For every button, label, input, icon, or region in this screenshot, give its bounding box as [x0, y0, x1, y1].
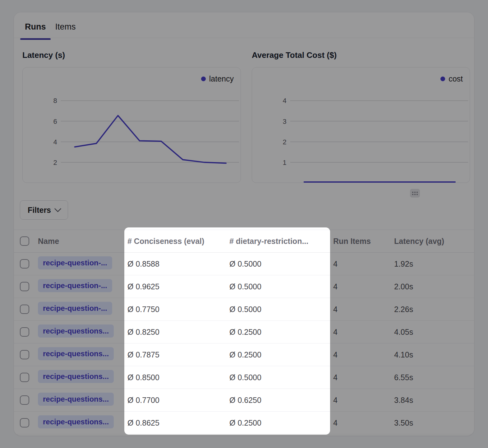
column-header-name[interactable]: Name	[38, 237, 127, 246]
conciseness-value: Ø 0.8588	[127, 259, 229, 268]
conciseness-value: Ø 0.7700	[127, 396, 229, 405]
latency-value: 4.05s	[394, 328, 474, 337]
row-checkbox[interactable]	[20, 373, 29, 382]
conciseness-value: Ø 0.7875	[127, 350, 229, 359]
run-items-value: 4	[333, 418, 394, 427]
cost-legend-label: cost	[449, 74, 463, 83]
table-row: recipe-questions... Ø 0.7875 Ø 0.2500 4 …	[14, 343, 474, 366]
cost-legend: cost	[440, 74, 463, 83]
dietary-value: Ø 0.5000	[229, 282, 333, 291]
run-items-value: 4	[333, 328, 394, 337]
tab-runs[interactable]: Runs	[20, 12, 51, 40]
table-header: Name # Conciseness (eval) # dietary-rest…	[14, 230, 474, 253]
dietary-value: Ø 0.5000	[229, 305, 333, 314]
table-row: recipe-question-... Ø 0.7750 Ø 0.5000 4 …	[14, 298, 474, 321]
cost-chart-canvas: 1234	[252, 68, 470, 183]
dietary-value: Ø 0.2500	[229, 350, 333, 359]
row-checkbox[interactable]	[20, 350, 29, 359]
table-row: recipe-questions... Ø 0.8500 Ø 0.5000 4 …	[14, 366, 474, 389]
svg-text:6: 6	[53, 118, 57, 125]
dietary-value: Ø 0.2500	[229, 328, 333, 337]
filters-button-label: Filters	[28, 206, 51, 215]
svg-text:4: 4	[53, 138, 57, 146]
column-header-latency[interactable]: Latency (avg)	[394, 237, 474, 246]
latency-value: 3.84s	[394, 396, 474, 405]
table-row: recipe-question-... Ø 0.8588 Ø 0.5000 4 …	[14, 253, 474, 275]
latency-legend: latency	[201, 74, 234, 83]
table-row: recipe-questions... Ø 0.8625 Ø 0.2500 4 …	[14, 412, 474, 434]
table-row: recipe-question-... Ø 0.9625 Ø 0.5000 4 …	[14, 275, 474, 298]
cost-chart: 1234 cost	[252, 67, 470, 183]
row-checkbox[interactable]	[20, 282, 29, 291]
runs-table: Name # Conciseness (eval) # dietary-rest…	[14, 230, 474, 434]
run-name-badge[interactable]: recipe-question-...	[38, 279, 112, 292]
row-checkbox[interactable]	[20, 395, 29, 405]
row-checkbox[interactable]	[20, 418, 29, 427]
row-checkbox[interactable]	[20, 305, 29, 314]
column-header-dietary[interactable]: # dietary-restriction...	[229, 237, 333, 246]
svg-text:2: 2	[53, 159, 57, 166]
svg-text:3: 3	[283, 118, 286, 125]
svg-text:8: 8	[53, 97, 57, 105]
latency-chart: 2468 latency	[22, 67, 241, 183]
cost-chart-block: Average Total Cost ($) 1234 cost	[252, 50, 470, 183]
cost-legend-dot-icon	[440, 77, 445, 81]
conciseness-value: Ø 0.8625	[127, 418, 229, 427]
latency-value: 2.00s	[394, 282, 474, 291]
latency-chart-canvas: 2468	[23, 68, 241, 183]
conciseness-value: Ø 0.8250	[127, 328, 229, 337]
run-items-value: 4	[333, 350, 394, 359]
conciseness-value: Ø 0.7750	[127, 305, 229, 314]
latency-chart-block: Latency (s) 2468 latency	[22, 50, 241, 183]
run-name-badge[interactable]: recipe-question-...	[38, 256, 112, 269]
dietary-value: Ø 0.5000	[229, 259, 333, 268]
latency-legend-label: latency	[209, 74, 234, 83]
select-all-checkbox[interactable]	[20, 236, 29, 246]
cost-chart-title: Average Total Cost ($)	[252, 50, 470, 60]
column-header-conciseness[interactable]: # Conciseness (eval)	[127, 237, 229, 246]
run-name-badge[interactable]: recipe-questions...	[38, 370, 114, 383]
latency-legend-dot-icon	[201, 77, 206, 81]
conciseness-value: Ø 0.9625	[127, 282, 229, 291]
chevron-down-icon	[54, 205, 62, 212]
run-name-badge[interactable]: recipe-questions...	[38, 324, 114, 338]
row-checkbox[interactable]	[20, 327, 29, 337]
latency-value: 4.10s	[394, 350, 474, 359]
run-items-value: 4	[333, 373, 394, 382]
latency-value: 1.92s	[394, 259, 474, 268]
run-name-badge[interactable]: recipe-questions...	[38, 415, 114, 428]
tab-items-label: Items	[55, 22, 76, 32]
dietary-value: Ø 0.6250	[229, 396, 333, 405]
run-items-value: 4	[333, 396, 394, 405]
svg-text:2: 2	[283, 138, 286, 146]
run-name-badge[interactable]: recipe-questions...	[38, 347, 114, 360]
svg-text:1: 1	[283, 159, 286, 166]
run-items-value: 4	[333, 259, 394, 268]
row-checkbox[interactable]	[20, 259, 29, 268]
svg-text:4: 4	[283, 97, 286, 105]
latency-value: 3.50s	[394, 418, 474, 427]
dietary-value: Ø 0.2500	[229, 418, 333, 427]
run-name-badge[interactable]: recipe-questions...	[38, 393, 114, 406]
latency-value: 6.55s	[394, 373, 474, 382]
column-header-run-items[interactable]: Run Items	[333, 237, 394, 246]
table-row: recipe-questions... Ø 0.8250 Ø 0.2500 4 …	[14, 321, 474, 343]
filters-button[interactable]: Filters	[20, 200, 68, 220]
tab-items[interactable]: Items	[51, 12, 81, 40]
table-row: recipe-questions... Ø 0.7700 Ø 0.6250 4 …	[14, 389, 474, 412]
screen: Runs Items Latency (s) 2468 latency Aver…	[0, 0, 488, 448]
latency-chart-title: Latency (s)	[22, 50, 241, 60]
latency-value: 2.26s	[394, 305, 474, 314]
tabbar: Runs Items	[14, 12, 474, 38]
conciseness-value: Ø 0.8500	[127, 373, 229, 382]
run-items-value: 4	[333, 282, 394, 291]
tab-runs-label: Runs	[25, 22, 46, 32]
resize-handle-icon[interactable]	[410, 189, 420, 198]
run-name-badge[interactable]: recipe-question-...	[38, 302, 112, 315]
dietary-value: Ø 0.5000	[229, 373, 333, 382]
runs-panel: Runs Items Latency (s) 2468 latency Aver…	[14, 12, 474, 436]
table-body: recipe-question-... Ø 0.8588 Ø 0.5000 4 …	[14, 253, 474, 434]
run-items-value: 4	[333, 305, 394, 314]
